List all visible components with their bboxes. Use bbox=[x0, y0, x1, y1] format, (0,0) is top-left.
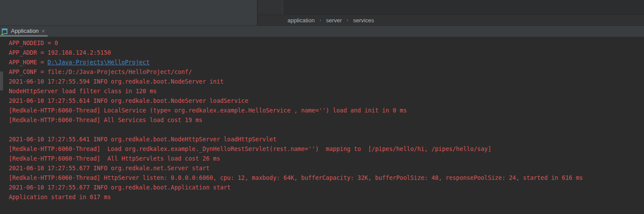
close-icon[interactable]: × bbox=[42, 28, 45, 35]
console-line: [Redkale-HTTP:6060-Thread] All Services … bbox=[9, 116, 644, 125]
breadcrumb-item-services[interactable]: services bbox=[353, 17, 374, 24]
run-console-icon bbox=[1, 28, 8, 35]
console-line: Application started in 617 ms bbox=[9, 193, 644, 202]
console-line: [Redkale-HTTP:6060-Thread] LocalService … bbox=[9, 106, 644, 116]
left-scrollbar-thumb[interactable] bbox=[0, 71, 3, 91]
tab-label: Application bbox=[11, 28, 39, 35]
breadcrumb-item-application[interactable]: application bbox=[287, 17, 315, 24]
console-line: APP_ADDR = 192.168.124.2:5150 bbox=[9, 48, 644, 58]
editor-panel bbox=[0, 0, 257, 25]
breadcrumb-item-server[interactable]: server bbox=[326, 17, 342, 24]
ide-window: application › server › services Applicat… bbox=[0, 0, 644, 214]
console-text: APP_HOME = bbox=[9, 59, 48, 66]
console-line: APP_NODEID = 0 bbox=[9, 39, 644, 48]
console-line: 2021-06-10 17:27:55.594 INFO org.redkale… bbox=[9, 77, 644, 87]
console-line bbox=[9, 125, 644, 135]
console-line: NodeHttpServer load filter class in 120 … bbox=[9, 87, 644, 96]
console-line: APP_CONF = file:/D:/Java-Projects/HelloP… bbox=[9, 67, 644, 77]
console-line: [Redkale-HTTP:6060-Thread] HttpServer li… bbox=[9, 173, 644, 183]
console-line: APP_HOME = D:\Java-Projects\HelloProject bbox=[9, 58, 644, 67]
console-line: [Redkale-HTTP:6060-Thread] Load org.redk… bbox=[9, 144, 644, 154]
console-output[interactable]: APP_NODEID = 0APP_ADDR = 192.168.124.2:5… bbox=[0, 37, 644, 214]
console-line: 2021-06-10 17:27:55.614 INFO org.redkale… bbox=[9, 96, 644, 106]
console-line: 2021-06-10 17:27:55.677 INFO org.redkale… bbox=[9, 164, 644, 173]
panel-divider bbox=[283, 0, 283, 14]
console-line: [Redkale-HTTP:6060-Thread] All HttpServl… bbox=[9, 154, 644, 164]
editor-split-area bbox=[258, 0, 283, 14]
file-path-link[interactable]: D:\Java-Projects\HelloProject bbox=[48, 59, 150, 66]
editor-header-area: application › server › services bbox=[258, 0, 644, 25]
console-line: 2021-06-10 17:27:55.641 INFO org.redkale… bbox=[9, 135, 644, 144]
breadcrumb: application › server › services bbox=[258, 14, 644, 25]
console-tab-bar: Application × bbox=[0, 25, 644, 37]
chevron-right-icon: › bbox=[319, 17, 321, 23]
console-line: 2021-06-10 17:27:55.677 INFO org.redkale… bbox=[9, 183, 644, 193]
chevron-right-icon: › bbox=[346, 17, 348, 23]
